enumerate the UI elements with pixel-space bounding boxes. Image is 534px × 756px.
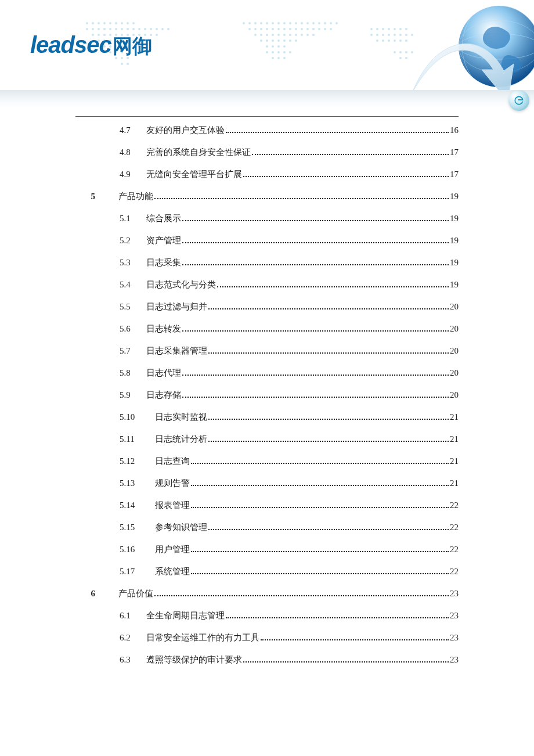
toc-page-number: 20 xyxy=(450,368,459,378)
svg-point-18 xyxy=(138,28,140,30)
toc-page-number: 23 xyxy=(450,610,459,621)
toc-subsection-row: 5.3日志采集19 xyxy=(75,257,459,268)
svg-point-97 xyxy=(301,34,303,36)
svg-point-112 xyxy=(272,51,274,53)
svg-point-68 xyxy=(306,22,309,24)
toc-leader-dots xyxy=(191,551,449,552)
toc-subsection-row: 5.14报表管理22 xyxy=(75,500,459,510)
svg-point-70 xyxy=(318,22,320,24)
svg-point-84 xyxy=(306,28,309,30)
svg-point-67 xyxy=(301,22,303,24)
toc-page-number: 22 xyxy=(450,566,459,577)
toc-subsection-number: 6.2 xyxy=(95,632,146,643)
svg-point-7 xyxy=(127,22,129,24)
toc-page-number: 22 xyxy=(450,522,459,532)
svg-point-117 xyxy=(277,57,280,59)
svg-point-17 xyxy=(132,28,135,30)
toc-leader-dots xyxy=(217,286,449,287)
toc-page-number: 16 xyxy=(450,125,459,135)
toc-subsection-number: 5.4 xyxy=(95,279,146,290)
svg-point-20 xyxy=(150,28,152,30)
toc-subsection-row: 4.9无缝向安全管理平台扩展17 xyxy=(75,169,459,179)
svg-point-115 xyxy=(289,51,291,53)
toc-page-number: 23 xyxy=(450,588,459,599)
svg-point-56 xyxy=(127,63,129,65)
brand-logo: leadsec 网御 xyxy=(30,32,152,60)
toc-page-number: 19 xyxy=(450,279,459,290)
toc-section-title: 产品价值 xyxy=(118,588,153,599)
svg-point-126 xyxy=(370,34,373,36)
toc-subsection-title: 综合展示 xyxy=(146,213,181,224)
toc-leader-dots xyxy=(154,595,449,596)
toc-subsection-number: 5.2 xyxy=(95,235,146,246)
svg-point-3 xyxy=(103,22,106,24)
toc-subsection-number: 5.16 xyxy=(95,544,146,555)
toc-subsection-title: 规则告警 xyxy=(146,478,190,488)
toc-subsection-number: 5.11 xyxy=(95,434,146,444)
toc-leader-dots xyxy=(226,132,449,133)
toc-subsection-row: 4.7友好的用户交互体验16 xyxy=(75,125,459,135)
svg-point-57 xyxy=(243,22,245,24)
svg-point-6 xyxy=(121,22,123,24)
svg-point-72 xyxy=(330,22,332,24)
table-of-contents: 4.7友好的用户交互体验164.8完善的系统自身安全性保证174.9无缝向安全管… xyxy=(75,125,459,676)
svg-point-21 xyxy=(156,28,158,30)
svg-point-80 xyxy=(283,28,286,30)
svg-point-108 xyxy=(272,45,274,48)
svg-point-65 xyxy=(289,22,291,24)
page-header: leadsec 网御 xyxy=(0,0,534,116)
toc-subsection-row: 6.2日常安全运维工作的有力工具23 xyxy=(75,632,459,643)
svg-point-58 xyxy=(248,22,251,24)
toc-leader-dots xyxy=(182,242,449,243)
svg-point-92 xyxy=(272,34,274,36)
svg-point-103 xyxy=(277,39,280,42)
toc-subsection-title: 日志采集 xyxy=(146,257,181,268)
toc-leader-dots xyxy=(191,573,449,574)
toc-page-number: 23 xyxy=(450,654,459,665)
toc-subsection-row: 5.15参考知识管理22 xyxy=(75,522,459,532)
toc-subsection-number: 5.9 xyxy=(95,390,146,400)
toc-subsection-number: 4.8 xyxy=(95,147,146,157)
toc-subsection-number: 5.12 xyxy=(95,456,146,466)
svg-point-111 xyxy=(266,51,268,53)
toc-leader-dots xyxy=(191,485,449,486)
toc-subsection-row: 5.2资产管理19 xyxy=(75,235,459,246)
toc-subsection-title: 日志过滤与归并 xyxy=(146,301,207,312)
toc-subsection-row: 5.11日志统计分析21 xyxy=(75,434,459,444)
toc-subsection-row: 6.1全生命周期日志管理23 xyxy=(75,610,459,621)
svg-point-120 xyxy=(376,28,378,30)
svg-point-122 xyxy=(388,28,390,30)
toc-page-number: 19 xyxy=(450,191,459,201)
toc-subsection-number: 5.10 xyxy=(95,412,146,422)
svg-point-135 xyxy=(382,39,384,42)
svg-point-123 xyxy=(394,28,396,30)
svg-point-59 xyxy=(254,22,257,24)
svg-point-83 xyxy=(301,28,303,30)
svg-point-60 xyxy=(260,22,262,24)
toc-page-number: 21 xyxy=(450,456,459,466)
toc-leader-dots xyxy=(208,529,449,530)
toc-leader-dots xyxy=(226,617,449,618)
svg-point-110 xyxy=(283,45,286,48)
toc-leader-dots xyxy=(208,308,449,309)
toc-section-number: 6 xyxy=(75,588,95,599)
toc-subsection-row: 5.16用户管理22 xyxy=(75,544,459,555)
toc-subsection-row: 5.12日志查询21 xyxy=(75,456,459,466)
toc-subsection-row: 5.9日志存储20 xyxy=(75,390,459,400)
toc-leader-dots xyxy=(182,330,449,332)
svg-point-127 xyxy=(376,34,378,36)
svg-point-140 xyxy=(394,51,396,53)
toc-leader-dots xyxy=(182,220,449,221)
toc-page-number: 22 xyxy=(450,544,459,555)
toc-page-number: 21 xyxy=(450,434,459,444)
svg-point-13 xyxy=(109,28,111,30)
toc-page-number: 21 xyxy=(450,412,459,422)
toc-subsection-row: 5.10日志实时监视21 xyxy=(75,412,459,422)
toc-subsection-title: 资产管理 xyxy=(146,235,181,246)
svg-point-136 xyxy=(388,39,390,42)
svg-point-93 xyxy=(277,34,280,36)
toc-leader-dots xyxy=(252,154,449,155)
toc-page-number: 17 xyxy=(450,169,459,179)
svg-point-124 xyxy=(399,28,402,30)
svg-point-118 xyxy=(283,57,286,59)
